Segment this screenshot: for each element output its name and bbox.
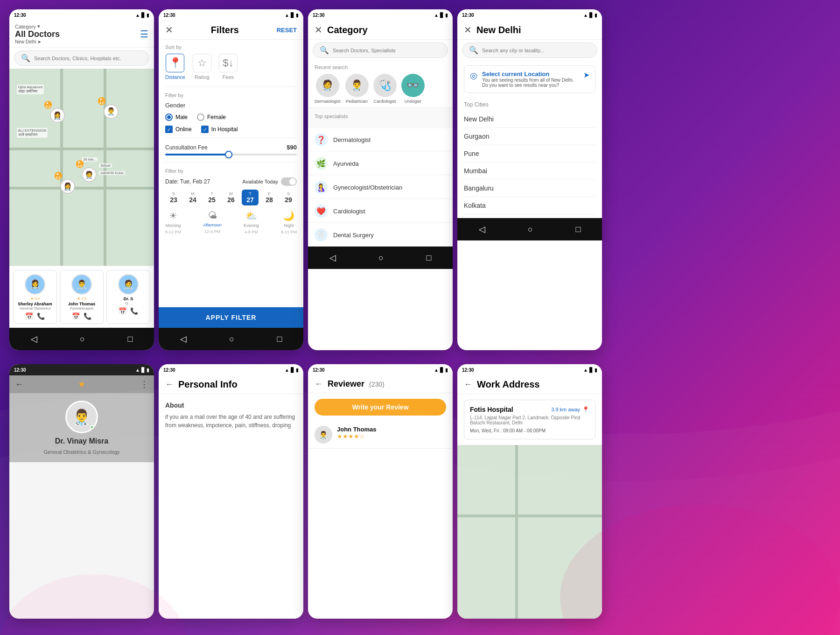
- cal-day-6[interactable]: S 29: [280, 190, 297, 205]
- phone-icon-2[interactable]: 📞: [130, 307, 138, 315]
- morning-range: 8-12 PM: [165, 230, 181, 234]
- time-slot-morning[interactable]: ☀ Morning 8-12 PM: [165, 210, 181, 234]
- search-icon-3: 🔍: [320, 46, 329, 55]
- city-item-5[interactable]: Kolkata: [464, 197, 595, 214]
- search-bar-4[interactable]: 🔍: [462, 42, 597, 58]
- cal-day-1[interactable]: M 24: [184, 190, 201, 205]
- urologist-name: Urologist: [405, 99, 421, 104]
- sort-distance[interactable]: 📍 Distance: [165, 54, 185, 80]
- cal-day-4[interactable]: T 27: [242, 190, 259, 205]
- pediatrician-name: Pediatrician: [346, 99, 368, 104]
- dermatologist-item-name: Dermatologist: [333, 136, 371, 143]
- afternoon-icon: 🌤: [208, 210, 217, 221]
- available-today-toggle[interactable]: [281, 177, 297, 186]
- search-bar-3[interactable]: 🔍: [313, 42, 448, 58]
- city-item-0[interactable]: New Delhi: [464, 111, 595, 128]
- search-bar-1[interactable]: 🔍: [14, 50, 149, 66]
- sort-rating[interactable]: ☆ Rating: [193, 54, 211, 80]
- home-nav-icon-4[interactable]: ○: [528, 225, 533, 234]
- doc-spec-2: G...: [126, 301, 132, 305]
- doc-avatar-0: 👩‍⚕️: [25, 274, 45, 295]
- slider-thumb[interactable]: [225, 151, 232, 158]
- cal-day-num-3: 26: [227, 196, 235, 204]
- filter-by-label-2: Filter by: [165, 168, 297, 174]
- available-today-row: Available Today: [242, 177, 297, 186]
- map-label-school: School: [99, 163, 112, 168]
- female-radio[interactable]: [197, 113, 204, 121]
- date-row: Date: Tue, Feb 27 Available Today: [165, 177, 297, 186]
- city-item-4[interactable]: Bangaluru: [464, 180, 595, 197]
- doc-card-1[interactable]: 👨‍⚕️ ★ 4.5 John Thomas Pysiotherapist 📅 …: [60, 270, 104, 324]
- recents-nav-icon-4[interactable]: □: [575, 225, 581, 234]
- category-dropdown[interactable]: Category ▾: [15, 23, 60, 29]
- specialist-ayurveda[interactable]: 🌿 Ayurveda: [308, 152, 453, 175]
- calendar-icon-2[interactable]: 📅: [119, 307, 126, 315]
- doc-card-0[interactable]: 👩‍⚕️ ★ 5.0 Sherley Abraham General Obste…: [13, 270, 57, 324]
- recent-urologist[interactable]: 👓 Urologist: [401, 74, 425, 104]
- in-hospital-option[interactable]: ✓ In Hospital: [201, 126, 238, 133]
- male-option[interactable]: Male: [165, 113, 188, 121]
- female-option[interactable]: Female: [197, 113, 226, 121]
- map-label-jn: JN Inte...: [82, 157, 98, 162]
- filter-by-label: Filter by: [165, 92, 297, 98]
- filter-header: ✕ Filters RESET: [159, 21, 303, 40]
- fee-slider[interactable]: [165, 154, 297, 155]
- city-item-3[interactable]: Mumbai: [464, 162, 595, 180]
- time-slot-night[interactable]: 🌙 Night 8-11 PM: [281, 210, 297, 234]
- menu-icon[interactable]: ☰: [140, 28, 148, 40]
- sort-fees[interactable]: $↓ Fees: [219, 54, 238, 80]
- status-icons-1: ▲ ▊ ▮: [135, 13, 149, 18]
- cal-day-2[interactable]: T 25: [203, 190, 220, 205]
- gynecologist-icon: 🤱: [315, 181, 328, 194]
- in-hospital-checkbox[interactable]: ✓: [201, 126, 209, 133]
- reset-button[interactable]: RESET: [277, 27, 297, 34]
- dental-item-name: Dental Surgery: [333, 232, 374, 239]
- recent-cardiologist[interactable]: 🩺 Cardiologist: [373, 74, 397, 104]
- time-slot-evening[interactable]: ⛅ Evening 4-8 PM: [244, 210, 259, 234]
- cal-day-0[interactable]: S 23: [165, 190, 182, 205]
- specialist-dental[interactable]: 🦷 Dental Surgery: [308, 224, 453, 247]
- status-time-4: 12:30: [462, 13, 474, 18]
- recent-dermatologist[interactable]: 🧑‍⚕️ Dermatologist: [315, 74, 341, 104]
- specialist-dermatologist[interactable]: ❓ Dermatologist: [308, 128, 453, 151]
- home-nav-icon-3[interactable]: ○: [378, 253, 384, 263]
- back-nav-icon-3[interactable]: ◁: [329, 253, 336, 263]
- doc-card-2[interactable]: 🧑‍⚕️ Dr. S G... 📅 📞: [106, 270, 150, 324]
- time-slot-afternoon[interactable]: 🌤 Afternoon 12-4 PM: [203, 210, 221, 234]
- pin-rating-1: ★ 5.0: [44, 101, 52, 109]
- background-waves: [0, 318, 840, 635]
- select-location-card[interactable]: ◎ Select current Location You are seeing…: [464, 65, 595, 93]
- doc-avatar-2: 🧑‍⚕️: [118, 274, 139, 295]
- category-screen-title: Category: [327, 25, 368, 35]
- male-radio[interactable]: [165, 113, 173, 121]
- city-item-1[interactable]: Gurgaon: [464, 128, 595, 145]
- sort-rating-label: Rating: [195, 74, 210, 80]
- status-time-2: 12:30: [163, 13, 175, 18]
- cal-day-name-4: T: [249, 191, 252, 196]
- afternoon-range: 12-4 PM: [204, 229, 220, 234]
- map-area[interactable]: Ojha Aquariumओझा एक्वेरियम ALI EXTENSION…: [9, 69, 154, 266]
- back-nav-icon-4[interactable]: ◁: [479, 224, 485, 234]
- cal-day-5[interactable]: F 28: [261, 190, 278, 205]
- pin-rating-3: ★ 4.5: [76, 160, 84, 168]
- fee-filter-section: Cunsultation Fee $90: [165, 138, 297, 155]
- doc-rating-0: ★ 5.0: [30, 296, 40, 301]
- online-option[interactable]: ✓ Online: [165, 126, 192, 133]
- specialist-gynecologist[interactable]: 🤱 Gynecologist/Obstetrician: [308, 176, 453, 199]
- search-input-4[interactable]: [482, 48, 590, 53]
- online-checkbox[interactable]: ✓: [165, 126, 173, 133]
- close-icon-category[interactable]: ✕: [315, 24, 322, 35]
- recents-nav-icon-3[interactable]: □: [426, 253, 431, 263]
- dental-icon: 🦷: [315, 228, 328, 241]
- city-item-2[interactable]: Pune: [464, 145, 595, 162]
- close-icon-location[interactable]: ✕: [464, 24, 472, 35]
- search-input-3[interactable]: [333, 48, 441, 53]
- wifi-icon-2: ▲: [285, 13, 289, 18]
- search-input-1[interactable]: [34, 56, 142, 61]
- specialist-cardiologist-item[interactable]: ❤️ Cardiologist: [308, 200, 453, 223]
- afternoon-label: Afternoon: [203, 223, 221, 227]
- top-specialists-section: Top specialists: [308, 107, 453, 128]
- close-icon-filter[interactable]: ✕: [165, 24, 173, 35]
- cal-day-3[interactable]: W 26: [223, 190, 239, 205]
- recent-pediatrician[interactable]: 👨‍⚕️ Pediatrician: [345, 74, 369, 104]
